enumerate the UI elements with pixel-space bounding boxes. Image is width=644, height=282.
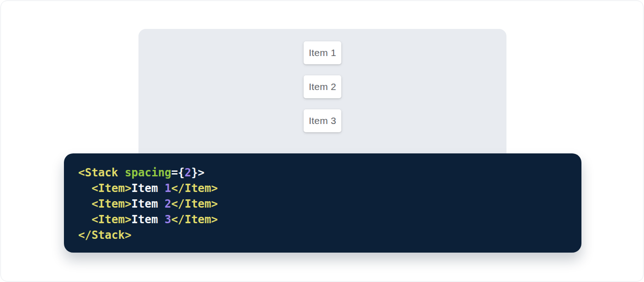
code-line: <Item>Item 3</Item> [78,212,572,227]
code-line: <Item>Item 1</Item> [78,180,572,196]
code-token-tag: </Item> [171,182,218,195]
code-token-tag: </Item> [171,213,218,226]
code-token-number: 3 [165,213,171,226]
code-token-plain [78,197,92,210]
code-token-tag: <Item> [92,182,132,195]
code-content: <Stack spacing={2}> <Item>Item 1</Item> … [78,165,572,243]
code-token-plain [78,182,92,195]
stack-container: Item 1 Item 2 Item 3 [138,29,506,132]
code-token-tag: <Stack [78,166,125,179]
stack-item-card: Item 1 [304,41,341,64]
code-token-plain [78,213,92,226]
code-token-number: 2 [184,166,191,179]
code-token-tag: <Item> [92,213,132,226]
code-token-number: 2 [165,197,171,210]
code-block: <Stack spacing={2}> <Item>Item 1</Item> … [64,153,581,253]
stack-item-card: Item 2 [304,75,341,98]
code-token-plain: }> [191,166,205,179]
code-token-attr: spacing [125,166,171,179]
code-token-plain: Item [132,197,165,210]
code-token-tag: <Item> [92,197,132,210]
code-token-tag: </Stack> [78,229,132,242]
code-token-plain: Item [132,182,165,195]
code-token-tag: </Item> [171,197,218,210]
code-line: <Stack spacing={2}> [78,165,572,180]
code-token-number: 1 [165,182,171,195]
stack-item-card: Item 3 [304,109,341,132]
screenshot-frame: Item 1 Item 2 Item 3 <Stack spacing={2}>… [0,0,644,282]
code-line: <Item>Item 2</Item> [78,196,572,212]
code-token-plain: ={ [171,166,184,179]
code-line: </Stack> [78,227,572,243]
stack-demo-panel: Item 1 Item 2 Item 3 [138,29,506,164]
code-token-plain: Item [132,213,165,226]
